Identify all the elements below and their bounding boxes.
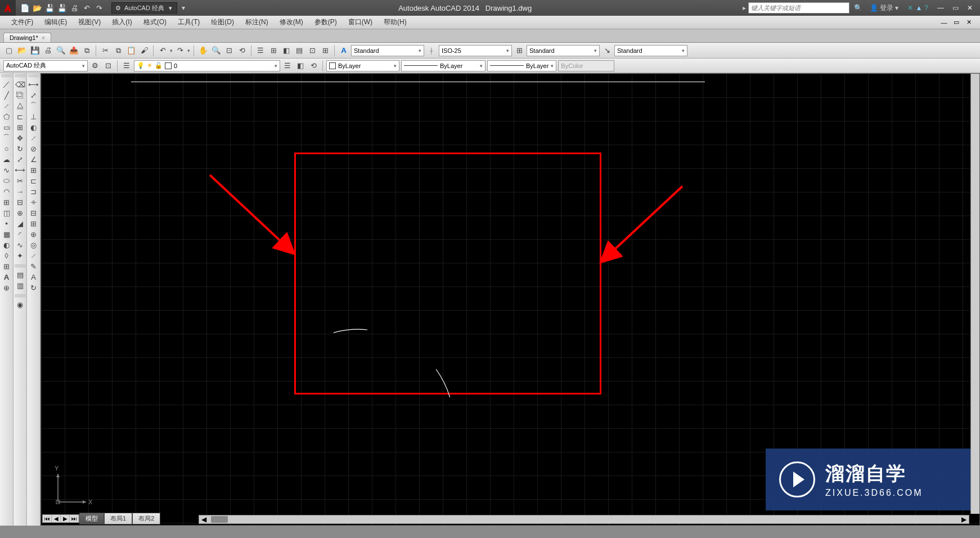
help-icon[interactable]: ? xyxy=(924,4,928,12)
text-style-dropdown[interactable]: Standard▾ xyxy=(351,45,424,56)
zoom-previous-icon[interactable]: ⟲ xyxy=(236,45,248,56)
zoom-window-icon[interactable]: ⊡ xyxy=(223,45,235,56)
textstyle-a-icon[interactable]: A xyxy=(338,45,349,56)
dim-ordinate-icon[interactable]: ⊥ xyxy=(28,111,39,122)
tab-layout2[interactable]: 布局2 xyxy=(132,513,160,524)
circle-icon[interactable]: ○ xyxy=(1,144,12,154)
zoom-realtime-icon[interactable]: 🔍 xyxy=(210,45,222,56)
pan-icon[interactable]: ✋ xyxy=(197,45,209,56)
ellipse-icon[interactable]: ⬭ xyxy=(1,176,12,186)
menu-tools[interactable]: 工具(T) xyxy=(172,16,205,29)
menu-file[interactable]: 文件(F) xyxy=(6,16,39,29)
last-tab-icon[interactable]: ⏭ xyxy=(70,515,79,522)
layer-iso-icon[interactable]: ◧ xyxy=(295,60,306,71)
ws-settings-icon[interactable]: ⚙ xyxy=(89,60,101,71)
dim-continue-icon[interactable]: ⊐ xyxy=(28,186,39,196)
menu-dimension[interactable]: 标注(N) xyxy=(240,16,274,29)
3dprint-icon[interactable]: ⧉ xyxy=(81,45,92,56)
toolpalette-icon[interactable]: ◧ xyxy=(281,45,292,56)
line-icon[interactable]: ／ xyxy=(1,79,12,89)
rectangle-icon[interactable]: ▭ xyxy=(1,122,12,132)
dimstyle-icon[interactable]: ⟊ xyxy=(426,45,437,56)
menu-format[interactable]: 格式(O) xyxy=(138,16,172,29)
close-button[interactable]: ✕ xyxy=(963,3,977,13)
layer-states-icon[interactable]: ☰ xyxy=(282,60,293,71)
dim-style-dropdown[interactable]: ISO-25▾ xyxy=(439,45,512,56)
menu-window[interactable]: 窗口(W) xyxy=(343,16,378,29)
mleader-style-dropdown[interactable]: Standard▾ xyxy=(614,45,687,56)
mtext-icon[interactable]: A xyxy=(1,272,12,282)
dim-aligned-icon[interactable]: ⤢ xyxy=(28,90,39,100)
join-icon[interactable]: ⊕ xyxy=(15,208,26,218)
table-style-dropdown[interactable]: Standard▾ xyxy=(527,45,600,56)
qat-more-icon[interactable]: ▾ xyxy=(179,4,187,12)
move-icon[interactable]: ✥ xyxy=(15,133,26,143)
lineweight-dropdown[interactable]: ByLayer▾ xyxy=(487,60,556,71)
layer-props-icon[interactable]: ☰ xyxy=(121,60,132,71)
save-icon[interactable]: 💾 xyxy=(44,2,55,14)
cut-icon[interactable]: ✂ xyxy=(100,45,111,56)
new-icon[interactable]: ▢ xyxy=(3,45,15,56)
redo-icon[interactable]: ↷ xyxy=(174,45,186,56)
explode-icon[interactable]: ✦ xyxy=(15,250,26,261)
save-icon[interactable]: 💾 xyxy=(29,45,41,56)
chevron-down-icon[interactable]: ▾ xyxy=(167,5,174,12)
scroll-thumb[interactable] xyxy=(211,516,228,523)
stretch-icon[interactable]: ⟷ xyxy=(15,165,26,175)
matchprop-icon[interactable]: 🖌 xyxy=(138,45,150,56)
blend-icon[interactable]: ∿ xyxy=(15,240,26,250)
undo-icon[interactable]: ↶ xyxy=(157,45,168,56)
drag-handle[interactable] xyxy=(15,264,26,268)
menu-modify[interactable]: 修改(M) xyxy=(274,16,309,29)
app-icon[interactable] xyxy=(0,0,16,16)
doc-minimize-button[interactable]: — xyxy=(938,18,950,27)
document-tab[interactable]: Drawing1* × xyxy=(3,33,51,42)
tab-model[interactable]: 模型 xyxy=(79,513,104,524)
dimedit-icon[interactable]: ✎ xyxy=(28,261,39,271)
tablestyle-icon[interactable]: ⊞ xyxy=(514,45,525,56)
array-icon[interactable]: ⊞ xyxy=(15,122,26,132)
signin-button[interactable]: 👤 登录 ▾ xyxy=(866,3,902,13)
drag-handle[interactable] xyxy=(15,294,26,298)
paste-icon[interactable]: 📋 xyxy=(125,45,137,56)
copy-obj-icon[interactable]: ⿻ xyxy=(15,90,26,100)
trim-icon[interactable]: ✂ xyxy=(15,176,26,186)
exchange-icon[interactable]: ✕ xyxy=(907,4,913,12)
ellipse-arc-icon[interactable]: ◠ xyxy=(1,186,12,196)
next-tab-icon[interactable]: ▶ xyxy=(61,515,70,522)
polygon-icon[interactable]: ⬠ xyxy=(1,111,12,122)
dim-diameter-icon[interactable]: ⊘ xyxy=(28,144,39,154)
insert-block-icon[interactable]: ⊞ xyxy=(1,197,12,207)
spline-icon[interactable]: ∿ xyxy=(1,165,12,175)
erase-icon[interactable]: ⌫ xyxy=(15,79,26,89)
search-button[interactable]: 🔍 xyxy=(852,4,864,12)
publish-icon[interactable]: 📤 xyxy=(68,45,79,56)
addselected-icon[interactable]: ⊕ xyxy=(1,283,12,293)
chamfer-icon[interactable]: ◢ xyxy=(15,218,26,228)
vertical-scrollbar[interactable] xyxy=(970,74,979,514)
markup-icon[interactable]: ⊡ xyxy=(307,45,318,56)
dim-space-icon[interactable]: ⟛ xyxy=(28,197,39,207)
fillet-icon[interactable]: ◜ xyxy=(15,229,26,239)
search-input[interactable] xyxy=(748,2,849,14)
print-preview-icon[interactable]: 🔍 xyxy=(55,45,66,56)
menu-view[interactable]: 视图(V) xyxy=(73,16,106,29)
break-icon[interactable]: ⊟ xyxy=(15,197,26,207)
tab-layout1[interactable]: 布局1 xyxy=(104,513,132,524)
open-icon[interactable]: 📂 xyxy=(16,45,28,56)
drag-handle[interactable] xyxy=(28,74,39,78)
mleader-icon[interactable]: ↘ xyxy=(601,45,613,56)
xline-icon[interactable]: ╱ xyxy=(1,90,12,100)
print-icon[interactable]: 🖨 xyxy=(69,2,80,14)
dim-quick-icon[interactable]: ⊞ xyxy=(28,165,39,175)
doc-close-button[interactable]: ✕ xyxy=(963,18,974,27)
quickcalc-icon[interactable]: ⊞ xyxy=(320,45,331,56)
first-tab-icon[interactable]: ⏮ xyxy=(43,515,52,522)
gradient-icon[interactable]: ◐ xyxy=(1,240,12,250)
make-block-icon[interactable]: ◫ xyxy=(1,208,12,218)
scroll-right-icon[interactable]: ▶ xyxy=(959,515,969,523)
jogline-icon[interactable]: ⟋ xyxy=(28,250,39,261)
scale-icon[interactable]: ⤢ xyxy=(15,154,26,164)
maximize-button[interactable]: ▭ xyxy=(948,3,962,13)
horizontal-scrollbar[interactable]: ◀ ▶ xyxy=(199,515,969,524)
